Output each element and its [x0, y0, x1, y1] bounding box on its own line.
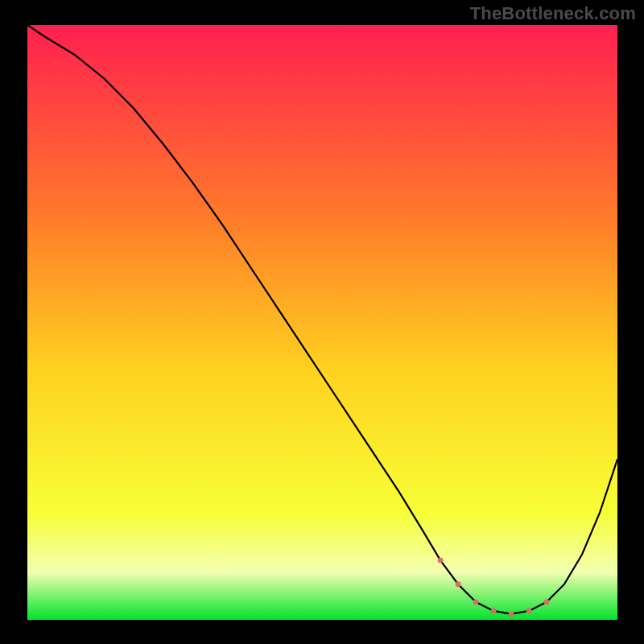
plot-background: [27, 25, 617, 620]
bottleneck-plot: [0, 0, 644, 644]
highlight-dot: [509, 611, 514, 617]
highlight-dot: [438, 558, 444, 564]
highlight-dot: [456, 581, 461, 587]
watermark-text: TheBottleneck.com: [470, 3, 636, 24]
chart-frame: TheBottleneck.com: [0, 0, 644, 644]
highlight-dot: [526, 609, 532, 614]
highlight-dot: [544, 599, 550, 605]
highlight-dot: [491, 609, 497, 614]
highlight-dot: [473, 599, 479, 605]
